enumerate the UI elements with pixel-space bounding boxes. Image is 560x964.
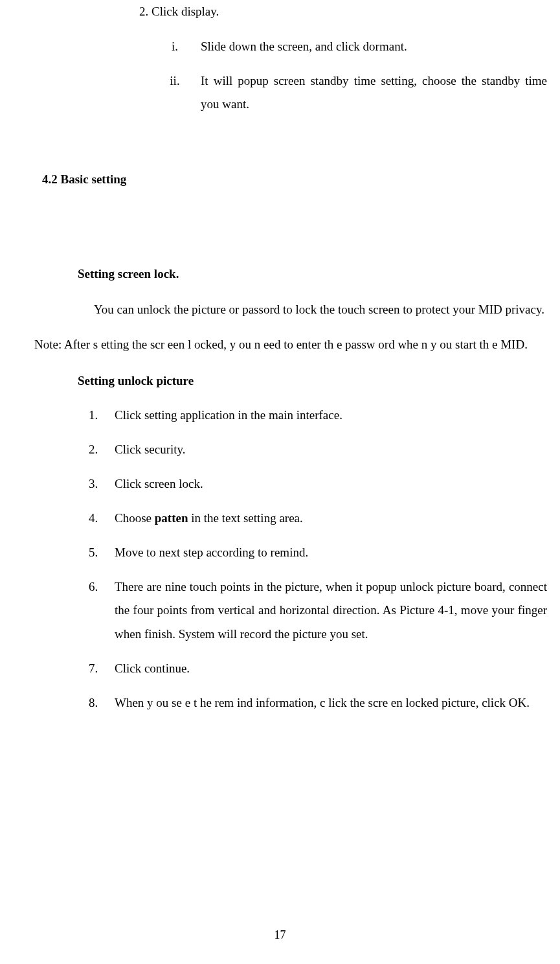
item4-prefix: Choose bbox=[115, 511, 155, 525]
step-2-text: 2. Click display. bbox=[139, 0, 550, 23]
list-body: Choose patten in the text setting area. bbox=[115, 507, 550, 530]
document-page: 2. Click display. i. Slide down the scre… bbox=[0, 0, 560, 959]
list-marker: 8. bbox=[89, 691, 115, 715]
sub-heading-screenlock: Setting screen lock. bbox=[78, 262, 550, 286]
list-body: When y ou se e t he rem ind information,… bbox=[115, 691, 550, 715]
page-number: 17 bbox=[0, 924, 560, 946]
list-body: Click continue. bbox=[115, 657, 550, 680]
roman-body: It will popup screen standby time settin… bbox=[201, 69, 550, 116]
list-marker: 1. bbox=[89, 404, 115, 427]
list-marker: 4. bbox=[89, 507, 115, 530]
roman-item-i: i. Slide down the screen, and click dorm… bbox=[149, 35, 550, 58]
roman-body: Slide down the screen, and click dormant… bbox=[201, 35, 550, 58]
roman-sublist: i. Slide down the screen, and click dorm… bbox=[149, 35, 550, 116]
list-body: Click security. bbox=[115, 438, 550, 461]
list-marker: 5. bbox=[89, 541, 115, 564]
numbered-list: 1. Click setting application in the main… bbox=[89, 404, 550, 715]
intro-text: You can unlock the picture or passord to… bbox=[10, 298, 550, 321]
list-item: 2. Click security. bbox=[89, 438, 550, 461]
list-body: There are nine touch points in the pictu… bbox=[115, 575, 550, 645]
intro-paragraph: You can unlock the picture or passord to… bbox=[10, 298, 550, 321]
list-item: 6. There are nine touch points in the pi… bbox=[89, 575, 550, 645]
note-paragraph: Note: After s etting the scr een l ocked… bbox=[10, 333, 550, 356]
list-item: 5. Move to next step according to remind… bbox=[89, 541, 550, 564]
list-item: 8. When y ou se e t he rem ind informati… bbox=[89, 691, 550, 715]
list-item: 7. Click continue. bbox=[89, 657, 550, 680]
sub-heading-unlock: Setting unlock picture bbox=[78, 369, 550, 393]
list-marker: 6. bbox=[89, 575, 115, 645]
item4-bold: patten bbox=[155, 511, 188, 525]
section-heading-4-2: 4.2 Basic setting bbox=[42, 168, 550, 191]
list-body: Click screen lock. bbox=[115, 472, 550, 496]
list-body: Move to next step according to remind. bbox=[115, 541, 550, 564]
roman-marker: i. bbox=[149, 35, 201, 58]
list-item: 3. Click screen lock. bbox=[89, 472, 550, 496]
item4-suffix: in the text setting area. bbox=[188, 511, 302, 525]
list-marker: 7. bbox=[89, 657, 115, 680]
list-marker: 2. bbox=[89, 438, 115, 461]
list-body: Click setting application in the main in… bbox=[115, 404, 550, 427]
roman-marker: ii. bbox=[149, 69, 201, 116]
roman-item-ii: ii. It will popup screen standby time se… bbox=[149, 69, 550, 116]
list-item: 4. Choose patten in the text setting are… bbox=[89, 507, 550, 530]
list-marker: 3. bbox=[89, 472, 115, 496]
list-item: 1. Click setting application in the main… bbox=[89, 404, 550, 427]
